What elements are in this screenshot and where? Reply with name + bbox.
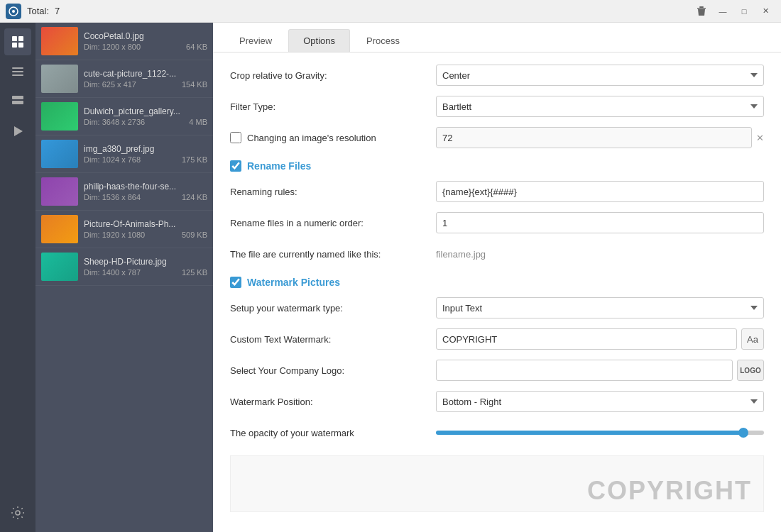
sidebar-item-settings[interactable] — [4, 499, 31, 526]
total-count: 7 — [55, 6, 60, 16]
resolution-checkbox[interactable] — [230, 132, 241, 143]
rename-checkbox[interactable] — [230, 160, 241, 172]
file-meta: Dim: 1200 x 80064 KB — [84, 43, 207, 51]
maximize-button[interactable]: □ — [734, 1, 754, 21]
file-info: Dulwich_picture_gallery...Dim: 3648 x 27… — [84, 106, 207, 126]
app-icon — [6, 4, 21, 19]
file-dim: Dim: 3648 x 2736 — [84, 118, 145, 126]
svg-point-1 — [12, 10, 15, 13]
watermark-checkbox[interactable] — [230, 277, 241, 288]
file-thumb — [41, 27, 78, 55]
titlebar: Total: 7 — □ ✕ — [0, 0, 781, 23]
opacity-row: The opacity of your watermark — [230, 421, 764, 444]
logo-button[interactable]: LOGO — [737, 360, 764, 381]
list-item[interactable]: Sheep-HD-Picture.jpgDim: 1400 x 787125 K… — [36, 248, 213, 286]
resolution-checkbox-wrap: Changing an image's resolution — [230, 132, 436, 143]
list-item[interactable]: CocoPetal.0.jpgDim: 1200 x 80064 KB — [36, 23, 213, 60]
file-info: Sheep-HD-Picture.jpgDim: 1400 x 787125 K… — [84, 257, 207, 277]
file-size: 175 KB — [182, 155, 207, 164]
file-thumb — [41, 65, 78, 93]
filename-preview-text: filename.jpg — [436, 249, 486, 260]
sidebar-item-play[interactable] — [4, 118, 31, 145]
file-dim: Dim: 1400 x 787 — [84, 268, 141, 277]
logo-label: Select Your Company Logo: — [230, 365, 436, 376]
file-info: cute-cat-picture_1122-...Dim: 625 x 4171… — [84, 69, 207, 89]
list-item[interactable]: cute-cat-picture_1122-...Dim: 625 x 4171… — [36, 60, 213, 98]
total-label: Total: — [27, 6, 49, 16]
svg-rect-2 — [699, 6, 704, 8]
close-button[interactable]: ✕ — [755, 1, 775, 21]
sidebar-item-grid[interactable] — [4, 28, 31, 55]
svg-rect-7 — [18, 43, 23, 48]
numeric-order-control — [436, 212, 764, 233]
sidebar-item-layers[interactable] — [4, 88, 31, 115]
tab-options[interactable]: Options — [288, 29, 350, 52]
file-size: 4 MB — [189, 118, 207, 126]
file-dim: Dim: 1536 x 864 — [84, 193, 141, 201]
resolution-row: Changing an image's resolution ✕ — [230, 126, 764, 149]
list-item[interactable]: Dulwich_picture_gallery...Dim: 3648 x 27… — [36, 98, 213, 135]
watermark-type-select[interactable]: Input TextImage Logo — [436, 297, 764, 318]
delete-button[interactable] — [692, 1, 711, 21]
logo-input[interactable] — [436, 360, 733, 381]
sidebar-item-list[interactable] — [4, 58, 31, 85]
position-row: Watermark Position: Bottom - RightBottom… — [230, 390, 764, 413]
filter-row: Filter Type: BartlettBesselBlackmanBoxCa… — [230, 95, 764, 118]
list-item[interactable]: img_a380_pref.jpgDim: 1024 x 768175 KB — [36, 135, 213, 173]
position-control: Bottom - RightBottom - LeftTop - RightTo… — [436, 391, 764, 412]
opacity-label: The opacity of your watermark — [230, 428, 436, 438]
tab-preview[interactable]: Preview — [224, 29, 287, 52]
filename-preview-row: The file are currently named like this: … — [230, 243, 764, 265]
watermark-preview: COPYRIGHT — [230, 455, 764, 512]
file-name: Picture-Of-Animals-Ph... — [84, 219, 207, 229]
watermark-type-row: Setup your watermark type: Input TextIma… — [230, 297, 764, 319]
file-name: philip-haas-the-four-se... — [84, 182, 207, 192]
watermark-section-header: Watermark Pictures — [230, 277, 764, 288]
file-meta: Dim: 3648 x 27364 MB — [84, 118, 207, 126]
tab-process[interactable]: Process — [351, 29, 415, 52]
crop-select[interactable]: CenterNorthSouthEastWestNorthWestNorthEa… — [436, 65, 764, 86]
renaming-rules-input[interactable] — [436, 181, 764, 202]
file-name: CocoPetal.0.jpg — [84, 31, 207, 41]
watermark-preview-text: COPYRIGHT — [587, 476, 752, 506]
resolution-label: Changing an image's resolution — [247, 133, 376, 143]
file-thumb — [41, 140, 78, 168]
list-item[interactable]: philip-haas-the-four-se...Dim: 1536 x 86… — [36, 173, 213, 211]
file-size: 64 KB — [186, 43, 207, 51]
watermark-type-control: Input TextImage Logo — [436, 297, 764, 318]
renaming-rules-label: Renaming rules: — [230, 187, 436, 197]
file-meta: Dim: 1024 x 768175 KB — [84, 155, 207, 164]
rename-section-header: Rename Files — [230, 160, 764, 172]
resolution-input[interactable] — [436, 127, 752, 148]
minimize-button[interactable]: — — [713, 1, 733, 21]
svg-rect-6 — [12, 43, 17, 48]
custom-text-row: Custom Text Watermark: Aa — [230, 328, 764, 350]
file-thumb — [41, 102, 78, 131]
svg-rect-4 — [12, 36, 17, 41]
watermark-section-title[interactable]: Watermark Pictures — [247, 277, 340, 288]
svg-rect-3 — [697, 8, 706, 9]
position-select[interactable]: Bottom - RightBottom - LeftTop - RightTo… — [436, 391, 764, 412]
resolution-close-icon: ✕ — [756, 133, 764, 143]
file-meta: Dim: 1536 x 864124 KB — [84, 193, 207, 201]
filename-preview-label: The file are currently named like this: — [230, 249, 436, 260]
file-name: Sheep-HD-Picture.jpg — [84, 257, 207, 267]
filter-select[interactable]: BartlettBesselBlackmanBoxCatromGaussianH… — [436, 96, 764, 117]
custom-text-control: Aa — [436, 328, 764, 350]
numeric-order-row: Rename files in a numeric order: — [230, 211, 764, 234]
file-info: img_a380_pref.jpgDim: 1024 x 768175 KB — [84, 144, 207, 164]
file-meta: Dim: 1920 x 1080509 KB — [84, 231, 207, 239]
opacity-slider[interactable] — [436, 431, 764, 435]
rename-section-title[interactable]: Rename Files — [247, 160, 311, 172]
list-item[interactable]: Picture-Of-Animals-Ph...Dim: 1920 x 1080… — [36, 211, 213, 248]
file-dim: Dim: 1024 x 768 — [84, 155, 141, 164]
filter-control: BartlettBesselBlackmanBoxCatromGaussianH… — [436, 96, 764, 117]
svg-point-14 — [16, 511, 20, 515]
font-button[interactable]: Aa — [741, 328, 764, 350]
numeric-order-input[interactable] — [436, 212, 764, 233]
filename-preview-value: filename.jpg — [436, 249, 764, 260]
custom-text-input[interactable] — [436, 328, 737, 350]
file-info: philip-haas-the-four-se...Dim: 1536 x 86… — [84, 182, 207, 201]
svg-rect-11 — [12, 96, 23, 99]
watermark-type-label: Setup your watermark type: — [230, 303, 436, 314]
